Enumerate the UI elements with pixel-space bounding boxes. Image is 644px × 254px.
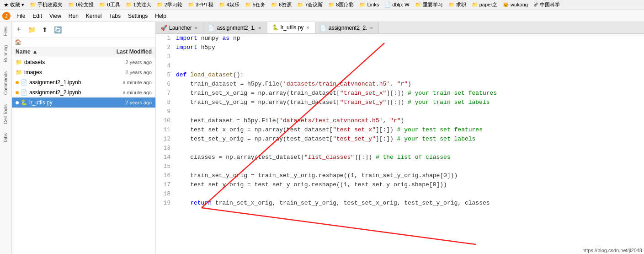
menu-bar: J File Edit View Run Kernel Tabs Setting… bbox=[0, 10, 644, 22]
new-file-button[interactable]: + bbox=[15, 24, 23, 35]
line-num-6: 6 bbox=[156, 80, 170, 89]
line-num-13: 13 bbox=[156, 144, 170, 153]
tab-launcher[interactable]: 🚀 Launcher × bbox=[156, 22, 203, 33]
bookmark-dblp[interactable]: 📄 dblp: W bbox=[383, 1, 411, 8]
folder-icon: 📁 bbox=[16, 59, 22, 65]
menu-tabs[interactable]: Tabs bbox=[106, 12, 124, 20]
side-running-group: Running bbox=[2, 43, 9, 65]
menu-edit[interactable]: Edit bbox=[29, 12, 46, 20]
home-icon[interactable]: 🏠 bbox=[15, 39, 21, 45]
bookmarks-bar: ★ 收藏 ▾ 📁 手机收藏夹 📁 0论文投 📁 0工具 📁 1关注大 📁 2学习… bbox=[0, 0, 644, 10]
folder-icon: 📁 bbox=[16, 69, 22, 76]
notebook-tab-icon: 📄 bbox=[208, 25, 215, 31]
tab-close-lrutils[interactable]: × bbox=[305, 25, 310, 30]
name-column-header: Name bbox=[16, 49, 31, 55]
sort-icon[interactable]: ▲ bbox=[32, 49, 38, 55]
bookmark-resource[interactable]: 📁 6资源 bbox=[269, 1, 293, 9]
sidebar-item-tabs[interactable]: Tabs bbox=[2, 130, 9, 146]
code-line-13 bbox=[176, 144, 644, 153]
bookmark-medical[interactable]: 📁 8医疗彩 bbox=[326, 1, 356, 9]
upload-button[interactable]: ⬆ bbox=[40, 25, 49, 34]
menu-view[interactable]: View bbox=[46, 12, 65, 20]
notebook-icon: 📄 bbox=[21, 89, 27, 96]
file-item-images[interactable]: 📁 images 2 years ago bbox=[12, 67, 155, 77]
tab-assignment1[interactable]: 📄 assignment2_1. × bbox=[203, 22, 267, 33]
bookmark-paper[interactable]: 📁 0论文投 bbox=[66, 1, 96, 9]
menu-settings[interactable]: Settings bbox=[124, 12, 151, 20]
bookmark-links[interactable]: 📁 Links bbox=[357, 1, 381, 8]
code-line-3 bbox=[176, 52, 644, 61]
bookmark-important[interactable]: 📁 重要学习 bbox=[413, 1, 445, 9]
bookmark-tools[interactable]: 📁 0工具 bbox=[97, 1, 122, 9]
tab-close-assignment2[interactable]: × bbox=[369, 25, 374, 31]
code-line-17: test_set_y_orig = test_set_y_orig.reshap… bbox=[176, 180, 644, 189]
menu-file[interactable]: File bbox=[13, 12, 29, 20]
code-line-4 bbox=[176, 61, 644, 70]
bookmark-entertain[interactable]: 📁 4娱乐 bbox=[217, 1, 241, 9]
editor-area: 🚀 Launcher × 📄 assignment2_1. × 🐍 lr_uti… bbox=[156, 22, 644, 254]
bookmark-ppt[interactable]: 📁 3PPT模 bbox=[186, 1, 215, 9]
menu-help[interactable]: Help bbox=[151, 12, 170, 20]
file-item-assignment2[interactable]: 📄 assignment2_2.ipynb a minute ago bbox=[12, 87, 155, 97]
line-num-8: 8 bbox=[156, 98, 170, 107]
line-num-15: 15 bbox=[156, 162, 170, 171]
code-line-2: import h5py bbox=[176, 43, 644, 52]
tab-lrutils[interactable]: 🐍 lr_utils.py × bbox=[267, 22, 315, 33]
bookmark-wukong[interactable]: 🐱 wukong bbox=[501, 1, 530, 8]
line-num-16: 16 bbox=[156, 171, 170, 180]
file-name: assignment2_1.ipynb bbox=[29, 79, 81, 86]
tab-label: lr_utils.py bbox=[281, 24, 304, 31]
modified-dot bbox=[16, 81, 19, 84]
sidebar-item-commands[interactable]: Commands bbox=[2, 69, 9, 97]
file-name: lr_utils.py bbox=[29, 99, 53, 106]
line-num-7: 7 bbox=[156, 89, 170, 98]
line-num-4: 4 bbox=[156, 61, 170, 70]
python-icon: 🐍 bbox=[21, 99, 27, 106]
side-panel: Files Running Commands Cell Tools Tabs bbox=[0, 22, 12, 254]
line-num-9: 9 bbox=[156, 107, 170, 116]
bookmark-task[interactable]: 📁 5任务 bbox=[243, 1, 267, 9]
main-container: Files Running Commands Cell Tools Tabs +… bbox=[0, 22, 644, 254]
code-line-7: train_set_x_orig = np.array(train_datase… bbox=[176, 89, 644, 98]
code-line-10: test_dataset = h5py.File('datasets/test_… bbox=[176, 116, 644, 125]
tab-close-assignment1[interactable]: × bbox=[257, 25, 262, 31]
sidebar-item-files[interactable]: Files bbox=[2, 24, 9, 39]
python-tab-icon: 🐍 bbox=[272, 24, 279, 31]
bookmark-mobile[interactable]: 📁 手机收藏夹 bbox=[28, 1, 64, 9]
code-line-12: test_set_y_orig = np.array(test_dataset[… bbox=[176, 135, 644, 144]
file-modified: 2 years ago bbox=[101, 100, 152, 105]
file-toolbar: + 📁 ⬆ 🔄 bbox=[12, 22, 155, 38]
side-commands-group: Commands bbox=[2, 69, 9, 97]
notebook-icon: 📄 bbox=[21, 79, 27, 86]
bookmark-follow[interactable]: 📁 1关注大 bbox=[124, 1, 153, 9]
bookmark-csdn[interactable]: 🗞 中国科学 bbox=[532, 1, 562, 9]
file-modified: a minute ago bbox=[101, 90, 152, 95]
active-dot bbox=[16, 101, 19, 104]
file-item-lrutils[interactable]: 🐍 lr_utils.py 2 years ago bbox=[12, 97, 155, 108]
file-name: assignment2_2.ipynb bbox=[29, 89, 81, 96]
code-editor[interactable]: 1 2 3 4 5 6 7 8 9 10 11 12 13 14 15 16 1 bbox=[156, 34, 644, 254]
bookmark-meeting[interactable]: 📁 7会议斯 bbox=[295, 1, 325, 9]
file-item-assignment1[interactable]: 📄 assignment2_1.ipynb a minute ago bbox=[12, 77, 155, 87]
tab-close-launcher[interactable]: × bbox=[194, 25, 198, 31]
refresh-button[interactable]: 🔄 bbox=[52, 25, 64, 34]
bookmark-paper2[interactable]: 📁 paper之 bbox=[470, 1, 499, 9]
bookmark-star[interactable]: ★ 收藏 ▾ bbox=[2, 1, 26, 9]
modified-column-header: Last Modified bbox=[117, 49, 152, 55]
bookmark-job[interactable]: 📁 求职 bbox=[447, 1, 468, 9]
bookmark-learn[interactable]: 📁 2学习轮 bbox=[155, 1, 184, 9]
file-modified: 2 years ago bbox=[101, 59, 152, 65]
tab-assignment2[interactable]: 📄 assignment2_2. × bbox=[315, 22, 379, 33]
line-num-10: 10 bbox=[156, 116, 170, 125]
status-url: https://blog.csdn.net/jl2048 bbox=[582, 248, 642, 253]
sidebar-item-running[interactable]: Running bbox=[2, 43, 9, 65]
sidebar-item-celltools[interactable]: Cell Tools bbox=[2, 102, 9, 127]
menu-run[interactable]: Run bbox=[65, 12, 82, 20]
file-item-datasets[interactable]: 📁 datasets 2 years ago bbox=[12, 57, 155, 67]
tab-label: Launcher bbox=[169, 25, 192, 31]
modified-dot bbox=[16, 91, 19, 94]
new-folder-button[interactable]: 📁 bbox=[26, 25, 37, 34]
line-num-17: 17 bbox=[156, 180, 170, 189]
menu-kernel[interactable]: Kernel bbox=[82, 12, 106, 20]
launcher-tab-icon: 🚀 bbox=[160, 25, 167, 31]
